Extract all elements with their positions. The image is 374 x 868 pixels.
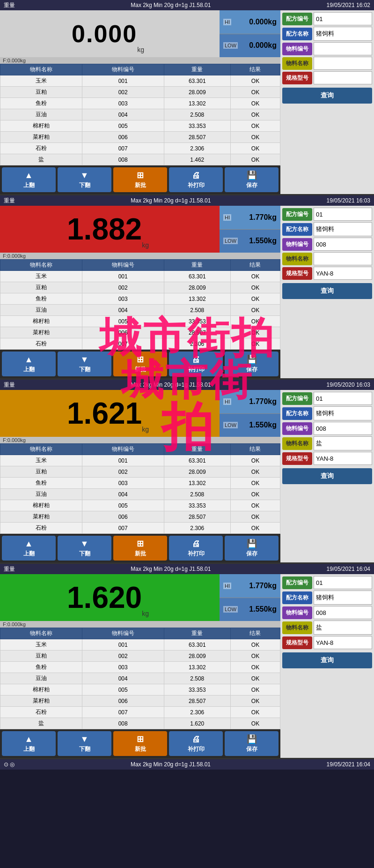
info-formula-no-2: 配方编号 01 — [282, 208, 372, 221]
btn-down-4[interactable]: ▼ 下翻 — [58, 731, 111, 756]
formula-no-val-3: 01 — [314, 392, 372, 405]
btn-reprint-2[interactable]: 🖨 补打印 — [169, 352, 223, 376]
btn-reprint-4[interactable]: 🖨 补打印 — [169, 731, 223, 756]
query-btn-1[interactable]: 查询 — [282, 88, 372, 104]
btn-up-label-2: 上翻 — [23, 366, 35, 374]
topbar-2-center: Max 2kg Min 20g d=1g J1.58.01 — [131, 197, 211, 204]
btn-up-1[interactable]: ▲ 上翻 — [2, 167, 56, 192]
query-btn-2[interactable]: 查询 — [282, 283, 372, 299]
btn-save-4[interactable]: 💾 保存 — [225, 731, 279, 756]
col-header-weight-3: 重量 — [164, 444, 230, 455]
info-material-no-3: 物料编号 008 — [282, 422, 372, 435]
col-header-name-1: 物料名称 — [0, 64, 82, 75]
btn-new-label-3: 新批 — [135, 550, 146, 558]
btn-reprint-icon-1: 🖨 — [192, 171, 200, 180]
table-row: 棉籽粕00533.353OK — [0, 684, 280, 696]
btn-save-label-4: 保存 — [246, 745, 257, 753]
material-name-label-3: 物料名称 — [282, 437, 312, 450]
query-btn-3[interactable]: 查询 — [282, 468, 372, 484]
low-val-3: 1.550kg — [249, 421, 277, 429]
hi-block-1: HI 0.000kg — [220, 10, 280, 34]
formula-name-val-2: 猪饲料 — [314, 222, 372, 236]
topbar-4: 重量 Max 2kg Min 20g d=1g J1.58.01 19/05/2… — [0, 564, 374, 574]
table-row: 玉米00163.301OK — [0, 271, 280, 282]
formula-name-label-4: 配方名称 — [282, 591, 312, 604]
left-content-4: 1.620 kg HI 1.770kg LOW 1.550kg — [0, 574, 280, 758]
btn-up-label-4: 上翻 — [23, 745, 35, 753]
material-no-val-2: 008 — [314, 238, 372, 251]
material-no-val-1 — [314, 42, 372, 55]
spec-val-4: YAN-8 — [314, 636, 372, 649]
topbar-3-center: Max 2kg Min 20g d=1g J1.58.01 — [131, 382, 211, 388]
table-row: 豆粕00228.009OK — [0, 87, 280, 98]
panel-3: 重量 Max 2kg Min 20g d=1g J1.58.01 19/05/2… — [0, 380, 374, 564]
low-block-3: LOW 1.550kg — [220, 414, 280, 437]
low-tag-4: LOW — [223, 606, 238, 613]
bottom-bar-right: 19/05/2021 16:04 — [327, 761, 370, 768]
btn-up-label-1: 上翻 — [23, 181, 35, 189]
zero-row-2: F:0.000kg — [0, 253, 280, 259]
col-header-no-4: 物料编号 — [82, 628, 164, 639]
btn-down-3[interactable]: ▼ 下翻 — [58, 536, 111, 561]
formula-name-val-4: 猪饲料 — [314, 591, 372, 605]
btn-up-3[interactable]: ▲ 上翻 — [2, 536, 56, 561]
low-val-4: 1.550kg — [249, 605, 277, 614]
btn-new-icon-1: ⊞ — [137, 170, 144, 180]
hi-val-4: 1.770kg — [249, 582, 277, 590]
btn-new-4[interactable]: ⊞ 新批 — [113, 731, 167, 756]
btn-up-2[interactable]: ▲ 上翻 — [2, 352, 56, 376]
material-no-val-3: 008 — [314, 422, 372, 435]
data-table-3: 物料名称 物料编号 重量 结果 玉米00163.301OK豆粕00228.009… — [0, 443, 280, 534]
btn-up-icon-2: ▲ — [25, 355, 33, 365]
btn-new-label-1: 新批 — [135, 181, 146, 189]
topbar-4-center: Max 2kg Min 20g d=1g J1.58.01 — [131, 566, 211, 572]
hi-block-3: HI 1.770kg — [220, 390, 280, 414]
btn-up-4[interactable]: ▲ 上翻 — [2, 731, 56, 756]
info-spec-2: 规格型号 YAN-8 — [282, 267, 372, 280]
material-no-label-4: 物料编号 — [282, 606, 312, 619]
info-spec-4: 规格型号 YAN-8 — [282, 636, 372, 649]
table-row: 豆粕00228.009OK — [0, 466, 280, 478]
weight-area-2: 1.882 kg HI 1.770kg LOW 1.550kg — [0, 206, 280, 253]
topbar-1-left: 重量 — [4, 1, 15, 9]
btn-down-1[interactable]: ▼ 下翻 — [58, 167, 111, 192]
btn-down-2[interactable]: ▼ 下翻 — [58, 352, 111, 376]
hi-tag-2: HI — [223, 214, 231, 221]
btn-save-3[interactable]: 💾 保存 — [225, 536, 279, 561]
btn-new-3[interactable]: ⊞ 新批 — [113, 536, 167, 561]
material-name-val-2 — [314, 252, 372, 265]
weight-value-3: 1.621 — [67, 396, 142, 431]
spec-label-2: 规格型号 — [282, 267, 312, 280]
btn-reprint-label-1: 补打印 — [188, 181, 205, 189]
btn-reprint-3[interactable]: 🖨 补打印 — [169, 536, 223, 561]
weight-value-4: 1.620 — [67, 580, 142, 615]
bottom-bar-center: Max 2kg Min 20g d=1g J1.58.01 — [131, 761, 211, 768]
low-block-4: LOW 1.550kg — [220, 598, 280, 621]
weight-unit-1: kg — [137, 46, 144, 53]
table-row: 豆粕00228.009OK — [0, 651, 280, 662]
query-btn-4[interactable]: 查询 — [282, 652, 372, 668]
info-spec-3: 规格型号 YAN-8 — [282, 452, 372, 465]
formula-no-val-4: 01 — [314, 576, 372, 589]
btn-save-label-3: 保存 — [246, 550, 257, 558]
btn-reprint-icon-3: 🖨 — [192, 539, 200, 549]
btn-down-label-2: 下翻 — [79, 366, 90, 374]
panel-4: 重量 Max 2kg Min 20g d=1g J1.58.01 19/05/2… — [0, 564, 374, 759]
btn-reprint-1[interactable]: 🖨 补打印 — [169, 167, 223, 192]
btn-save-1[interactable]: 💾 保存 — [225, 167, 279, 192]
btn-down-icon-2: ▼ — [81, 355, 89, 365]
col-header-result-2: 结果 — [230, 260, 280, 271]
btn-save-2[interactable]: 💾 保存 — [225, 352, 279, 376]
weight-display-1: 0.000 kg — [72, 10, 148, 57]
hi-block-2: HI 1.770kg — [220, 206, 280, 230]
btn-row-3: ▲ 上翻 ▼ 下翻 ⊞ 新批 🖨 补打印 — [0, 534, 280, 562]
data-table-2: 物料名称 物料编号 重量 结果 玉米00163.301OK豆粕00228.009… — [0, 259, 280, 350]
btn-new-2[interactable]: ⊞ 新批 — [113, 352, 167, 376]
btn-new-1[interactable]: ⊞ 新批 — [113, 167, 167, 192]
weight-side-4: HI 1.770kg LOW 1.550kg — [220, 574, 280, 621]
formula-name-label-1: 配方名称 — [282, 28, 312, 40]
main-content-3: 1.621 kg HI 1.770kg LOW 1.550kg — [0, 390, 374, 562]
zero-row-4: F:0.000kg — [0, 621, 280, 628]
btn-down-icon-3: ▼ — [81, 539, 89, 549]
material-no-label-3: 物料编号 — [282, 422, 312, 435]
